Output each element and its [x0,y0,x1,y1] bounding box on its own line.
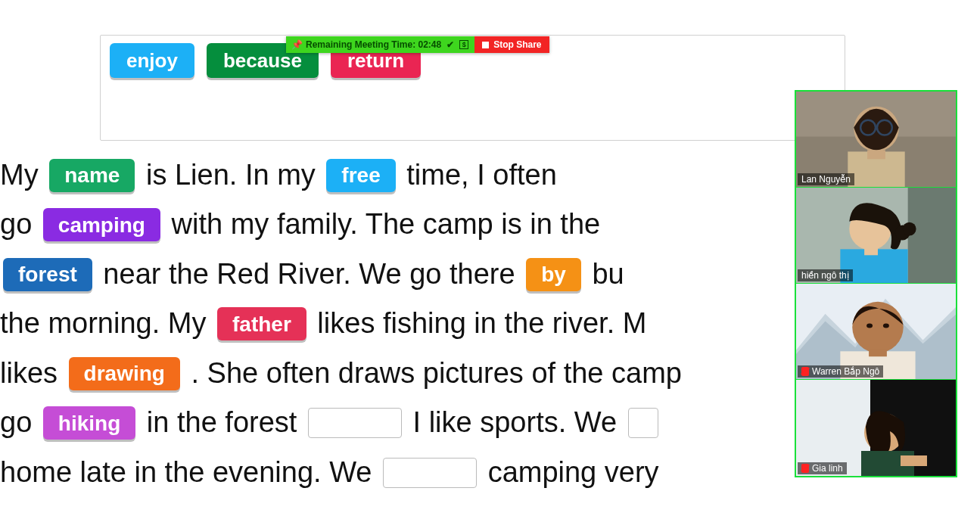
text-segment: time, I often [406,159,557,191]
svg-rect-27 [901,455,927,466]
text-segment: My [0,159,46,191]
svg-rect-22 [869,349,887,356]
text-segment: go [0,407,40,439]
text-segment: near the Red River. We go there [103,258,523,290]
svg-rect-9 [908,188,956,283]
muted-icon [801,367,809,376]
shield-icon: ✔ [446,39,455,50]
text-segment: home late in the evening. We [0,456,380,488]
svg-rect-14 [864,247,878,255]
text-segment: I like sports. We [413,407,625,439]
dollar-icon: $ [459,40,468,49]
meeting-time-text: Remaining Meeting Time: 02:48 [306,39,441,50]
text-segment: is Lien. In my [146,159,323,191]
muted-icon [801,464,809,473]
chip-enjoy[interactable]: enjoy [110,43,194,78]
svg-rect-7 [867,150,885,159]
text-segment: . She often draws pictures of the camp [191,357,681,389]
text-segment: the morning. My [0,308,214,340]
participant-name: Warren Bắp Ngô [812,366,879,377]
participant-tile[interactable]: Gia linh [796,380,956,476]
svg-point-19 [866,324,873,328]
stop-share-label: Stop Share [493,39,541,50]
exercise-text: My name is Lien. In my free time, I ofte… [0,150,796,496]
participant-tile[interactable]: Lan Nguyễn [796,92,956,188]
text-segment: go [0,209,40,241]
participant-tile[interactable]: hiền ngô thị [796,188,956,284]
text-segment: likes fishing in the river. M [317,308,646,340]
svg-point-12 [903,222,916,236]
svg-point-20 [883,324,889,328]
participant-panel: Lan Nguyễn hiền ngô thị [795,90,957,477]
participant-name-label: Lan Nguyễn [798,173,854,185]
blank-slot-2[interactable] [628,408,658,438]
zoom-share-bar[interactable]: 📌 Remaining Meeting Time: 02:48 ✔ $ Stop… [286,36,549,53]
tag-forest[interactable]: forest [3,258,92,291]
stop-icon [482,42,489,48]
participant-name-label: Warren Bắp Ngô [798,365,883,378]
participant-name: Gia linh [812,463,843,474]
tag-camping[interactable]: camping [43,208,160,241]
tag-father[interactable]: father [217,307,306,340]
tag-drawing[interactable]: drawing [69,357,180,390]
text-segment: in the forest [147,407,305,439]
blank-slot-1[interactable] [308,408,402,438]
participant-name-label: Gia linh [798,462,847,474]
text-segment: with my family. The camp is in the [172,209,601,241]
text-segment: camping very [488,456,659,488]
tag-by[interactable]: by [526,258,581,291]
tag-free[interactable]: free [326,159,395,192]
tag-name[interactable]: name [49,159,135,192]
participant-name-label: hiền ngô thị [798,269,853,281]
meeting-time-pill[interactable]: 📌 Remaining Meeting Time: 02:48 ✔ $ [286,36,474,53]
tag-hiking[interactable]: hiking [43,406,135,440]
stop-share-button[interactable]: Stop Share [474,36,549,53]
participant-name: Lan Nguyễn [801,174,851,185]
pin-icon: 📌 [292,39,301,50]
text-segment: bu [592,258,624,290]
svg-rect-24 [796,380,870,476]
text-segment: likes [0,357,66,389]
participant-tile[interactable]: Warren Bắp Ngô [796,284,956,380]
participant-name: hiền ngô thị [801,270,849,281]
blank-slot-3[interactable] [383,458,477,488]
